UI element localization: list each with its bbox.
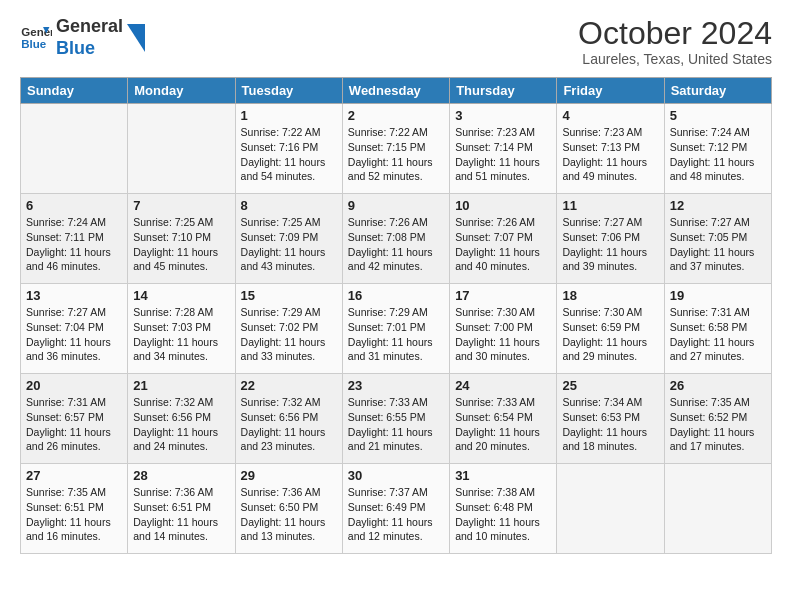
cell-sun-info: Sunrise: 7:28 AMSunset: 7:03 PMDaylight:… xyxy=(133,305,229,364)
cell-sun-info: Sunrise: 7:32 AMSunset: 6:56 PMDaylight:… xyxy=(241,395,337,454)
day-number: 26 xyxy=(670,378,766,393)
table-cell: 2Sunrise: 7:22 AMSunset: 7:15 PMDaylight… xyxy=(342,104,449,194)
logo-icon: General Blue xyxy=(20,22,52,54)
cell-sun-info: Sunrise: 7:35 AMSunset: 6:52 PMDaylight:… xyxy=(670,395,766,454)
cell-sun-info: Sunrise: 7:31 AMSunset: 6:57 PMDaylight:… xyxy=(26,395,122,454)
cell-sun-info: Sunrise: 7:31 AMSunset: 6:58 PMDaylight:… xyxy=(670,305,766,364)
col-wednesday: Wednesday xyxy=(342,78,449,104)
cell-sun-info: Sunrise: 7:36 AMSunset: 6:51 PMDaylight:… xyxy=(133,485,229,544)
day-number: 28 xyxy=(133,468,229,483)
table-cell: 15Sunrise: 7:29 AMSunset: 7:02 PMDayligh… xyxy=(235,284,342,374)
day-number: 23 xyxy=(348,378,444,393)
day-number: 2 xyxy=(348,108,444,123)
col-tuesday: Tuesday xyxy=(235,78,342,104)
day-number: 10 xyxy=(455,198,551,213)
day-number: 14 xyxy=(133,288,229,303)
table-cell: 17Sunrise: 7:30 AMSunset: 7:00 PMDayligh… xyxy=(450,284,557,374)
cell-sun-info: Sunrise: 7:37 AMSunset: 6:49 PMDaylight:… xyxy=(348,485,444,544)
col-saturday: Saturday xyxy=(664,78,771,104)
svg-text:Blue: Blue xyxy=(21,37,47,49)
day-number: 21 xyxy=(133,378,229,393)
cell-sun-info: Sunrise: 7:24 AMSunset: 7:11 PMDaylight:… xyxy=(26,215,122,274)
day-number: 12 xyxy=(670,198,766,213)
cell-sun-info: Sunrise: 7:22 AMSunset: 7:16 PMDaylight:… xyxy=(241,125,337,184)
cell-sun-info: Sunrise: 7:25 AMSunset: 7:10 PMDaylight:… xyxy=(133,215,229,274)
cell-sun-info: Sunrise: 7:27 AMSunset: 7:05 PMDaylight:… xyxy=(670,215,766,274)
cell-sun-info: Sunrise: 7:27 AMSunset: 7:06 PMDaylight:… xyxy=(562,215,658,274)
cell-sun-info: Sunrise: 7:35 AMSunset: 6:51 PMDaylight:… xyxy=(26,485,122,544)
table-cell: 24Sunrise: 7:33 AMSunset: 6:54 PMDayligh… xyxy=(450,374,557,464)
table-cell xyxy=(664,464,771,554)
day-number: 4 xyxy=(562,108,658,123)
day-number: 20 xyxy=(26,378,122,393)
cell-sun-info: Sunrise: 7:26 AMSunset: 7:07 PMDaylight:… xyxy=(455,215,551,274)
table-cell: 25Sunrise: 7:34 AMSunset: 6:53 PMDayligh… xyxy=(557,374,664,464)
cell-sun-info: Sunrise: 7:22 AMSunset: 7:15 PMDaylight:… xyxy=(348,125,444,184)
cell-sun-info: Sunrise: 7:36 AMSunset: 6:50 PMDaylight:… xyxy=(241,485,337,544)
table-cell: 19Sunrise: 7:31 AMSunset: 6:58 PMDayligh… xyxy=(664,284,771,374)
month-title: October 2024 xyxy=(578,16,772,51)
cell-sun-info: Sunrise: 7:33 AMSunset: 6:54 PMDaylight:… xyxy=(455,395,551,454)
day-number: 18 xyxy=(562,288,658,303)
day-number: 22 xyxy=(241,378,337,393)
table-cell: 18Sunrise: 7:30 AMSunset: 6:59 PMDayligh… xyxy=(557,284,664,374)
cell-sun-info: Sunrise: 7:29 AMSunset: 7:02 PMDaylight:… xyxy=(241,305,337,364)
day-number: 24 xyxy=(455,378,551,393)
table-cell: 21Sunrise: 7:32 AMSunset: 6:56 PMDayligh… xyxy=(128,374,235,464)
table-cell: 30Sunrise: 7:37 AMSunset: 6:49 PMDayligh… xyxy=(342,464,449,554)
day-number: 30 xyxy=(348,468,444,483)
col-monday: Monday xyxy=(128,78,235,104)
table-cell: 5Sunrise: 7:24 AMSunset: 7:12 PMDaylight… xyxy=(664,104,771,194)
table-cell: 7Sunrise: 7:25 AMSunset: 7:10 PMDaylight… xyxy=(128,194,235,284)
table-cell: 31Sunrise: 7:38 AMSunset: 6:48 PMDayligh… xyxy=(450,464,557,554)
day-number: 7 xyxy=(133,198,229,213)
calendar-week-row: 6Sunrise: 7:24 AMSunset: 7:11 PMDaylight… xyxy=(21,194,772,284)
cell-sun-info: Sunrise: 7:24 AMSunset: 7:12 PMDaylight:… xyxy=(670,125,766,184)
table-cell: 4Sunrise: 7:23 AMSunset: 7:13 PMDaylight… xyxy=(557,104,664,194)
cell-sun-info: Sunrise: 7:38 AMSunset: 6:48 PMDaylight:… xyxy=(455,485,551,544)
table-cell xyxy=(128,104,235,194)
day-number: 3 xyxy=(455,108,551,123)
cell-sun-info: Sunrise: 7:25 AMSunset: 7:09 PMDaylight:… xyxy=(241,215,337,274)
cell-sun-info: Sunrise: 7:32 AMSunset: 6:56 PMDaylight:… xyxy=(133,395,229,454)
calendar-week-row: 27Sunrise: 7:35 AMSunset: 6:51 PMDayligh… xyxy=(21,464,772,554)
day-number: 13 xyxy=(26,288,122,303)
svg-marker-3 xyxy=(127,24,145,52)
table-cell: 16Sunrise: 7:29 AMSunset: 7:01 PMDayligh… xyxy=(342,284,449,374)
table-cell: 20Sunrise: 7:31 AMSunset: 6:57 PMDayligh… xyxy=(21,374,128,464)
cell-sun-info: Sunrise: 7:23 AMSunset: 7:13 PMDaylight:… xyxy=(562,125,658,184)
day-number: 5 xyxy=(670,108,766,123)
table-cell: 1Sunrise: 7:22 AMSunset: 7:16 PMDaylight… xyxy=(235,104,342,194)
table-cell: 22Sunrise: 7:32 AMSunset: 6:56 PMDayligh… xyxy=(235,374,342,464)
cell-sun-info: Sunrise: 7:34 AMSunset: 6:53 PMDaylight:… xyxy=(562,395,658,454)
table-cell: 10Sunrise: 7:26 AMSunset: 7:07 PMDayligh… xyxy=(450,194,557,284)
table-cell: 11Sunrise: 7:27 AMSunset: 7:06 PMDayligh… xyxy=(557,194,664,284)
table-cell: 26Sunrise: 7:35 AMSunset: 6:52 PMDayligh… xyxy=(664,374,771,464)
cell-sun-info: Sunrise: 7:23 AMSunset: 7:14 PMDaylight:… xyxy=(455,125,551,184)
cell-sun-info: Sunrise: 7:29 AMSunset: 7:01 PMDaylight:… xyxy=(348,305,444,364)
day-number: 11 xyxy=(562,198,658,213)
day-number: 31 xyxy=(455,468,551,483)
calendar-header-row: Sunday Monday Tuesday Wednesday Thursday… xyxy=(21,78,772,104)
day-number: 16 xyxy=(348,288,444,303)
day-number: 15 xyxy=(241,288,337,303)
day-number: 19 xyxy=(670,288,766,303)
cell-sun-info: Sunrise: 7:33 AMSunset: 6:55 PMDaylight:… xyxy=(348,395,444,454)
logo-line2: Blue xyxy=(56,38,123,60)
calendar-table: Sunday Monday Tuesday Wednesday Thursday… xyxy=(20,77,772,554)
day-number: 25 xyxy=(562,378,658,393)
table-cell xyxy=(557,464,664,554)
table-cell: 28Sunrise: 7:36 AMSunset: 6:51 PMDayligh… xyxy=(128,464,235,554)
page: General Blue General Blue October 2024 L… xyxy=(0,0,792,570)
cell-sun-info: Sunrise: 7:26 AMSunset: 7:08 PMDaylight:… xyxy=(348,215,444,274)
calendar-week-row: 20Sunrise: 7:31 AMSunset: 6:57 PMDayligh… xyxy=(21,374,772,464)
col-sunday: Sunday xyxy=(21,78,128,104)
table-cell: 27Sunrise: 7:35 AMSunset: 6:51 PMDayligh… xyxy=(21,464,128,554)
table-cell: 29Sunrise: 7:36 AMSunset: 6:50 PMDayligh… xyxy=(235,464,342,554)
day-number: 9 xyxy=(348,198,444,213)
day-number: 6 xyxy=(26,198,122,213)
table-cell xyxy=(21,104,128,194)
logo-line1: General xyxy=(56,16,123,38)
col-friday: Friday xyxy=(557,78,664,104)
table-cell: 23Sunrise: 7:33 AMSunset: 6:55 PMDayligh… xyxy=(342,374,449,464)
